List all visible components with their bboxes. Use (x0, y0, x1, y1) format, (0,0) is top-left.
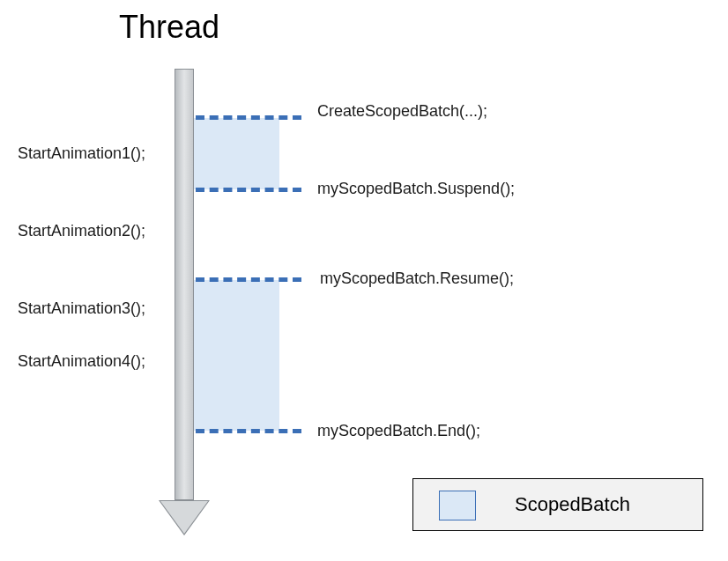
dash-create (196, 115, 301, 120)
left-label-anim1: StartAnimation1(); (18, 144, 145, 163)
left-label-anim2: StartAnimation2(); (18, 222, 145, 240)
right-label-resume: myScopedBatch.Resume(); (320, 269, 514, 288)
left-label-anim4: StartAnimation4(); (18, 352, 145, 371)
batch-region-2 (191, 280, 279, 431)
right-label-end: myScopedBatch.End(); (317, 422, 480, 440)
left-label-anim3: StartAnimation3(); (18, 299, 145, 318)
dash-suspend (196, 188, 301, 192)
right-label-suspend: myScopedBatch.Suspend(); (317, 180, 515, 198)
dash-end (196, 429, 301, 433)
legend-swatch (439, 491, 476, 520)
legend-label: ScopedBatch (515, 493, 630, 516)
batch-region-1 (191, 118, 279, 189)
right-label-create: CreateScopedBatch(...); (317, 102, 487, 121)
dash-resume (196, 277, 301, 282)
diagram-title: Thread (119, 9, 219, 46)
thread-arrow-shaft (175, 69, 194, 500)
